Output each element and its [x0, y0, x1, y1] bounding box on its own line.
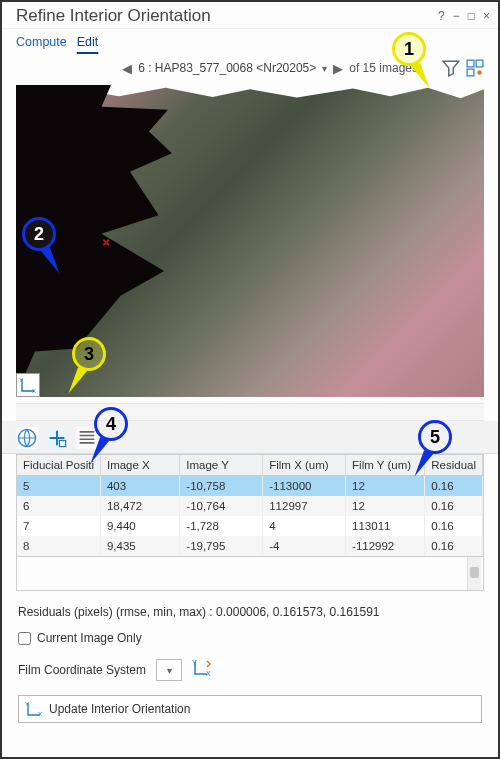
table-cell: 9,435 — [100, 536, 179, 556]
table-cell: -19,795 — [180, 536, 263, 556]
svg-text:Y: Y — [25, 701, 29, 707]
svg-text:X: X — [206, 670, 211, 677]
maximize-button[interactable]: □ — [468, 9, 475, 23]
table-cell: -10,758 — [180, 476, 263, 497]
table-cell: -112992 — [346, 536, 425, 556]
callout-5: 5 — [418, 420, 452, 454]
svg-text:X: X — [38, 711, 42, 717]
opacity-slider-strip[interactable] — [16, 403, 484, 421]
table-row[interactable]: 618,472-10,764112997120.16 — [17, 496, 483, 516]
window-title: Refine Interior Orientation — [16, 6, 438, 26]
image-name-dropdown[interactable]: 6 : HAP83_577_0068 <Nr20205> — [138, 61, 316, 75]
residuals-summary: Residuals (pixels) (rmse, min, max) : 0.… — [2, 591, 498, 627]
table-scrollbar[interactable] — [467, 557, 481, 590]
table-row[interactable]: 5403-10,758-113000120.16 — [17, 476, 483, 497]
table-cell: 0.16 — [425, 516, 483, 536]
menu-compute[interactable]: Compute — [16, 31, 67, 53]
table-header-cell[interactable]: Film X (um) — [263, 455, 346, 476]
minimize-button[interactable]: − — [453, 9, 460, 23]
titlebar: Refine Interior Orientation ? − □ × — [2, 2, 498, 28]
image-dropdown-arrow[interactable]: ▾ — [322, 63, 327, 74]
current-image-only-checkbox[interactable] — [18, 632, 31, 645]
table-header-cell[interactable]: Fiducial Positi — [17, 455, 100, 476]
update-orientation-button[interactable]: YX Update Interior Orientation — [18, 695, 482, 723]
table-empty-area — [16, 557, 484, 591]
film-coord-label: Film Coordinate System — [18, 663, 146, 677]
table-row[interactable]: 89,435-19,795-4-1129920.16 — [17, 536, 483, 556]
table-cell: 7 — [17, 516, 100, 536]
table-cell: 403 — [100, 476, 179, 497]
table-cell: 12 — [346, 476, 425, 497]
table-cell: 6 — [17, 496, 100, 516]
table-cell: 12 — [346, 496, 425, 516]
options-icon[interactable] — [466, 59, 484, 77]
table-cell: 113011 — [346, 516, 425, 536]
update-orientation-label: Update Interior Orientation — [49, 702, 190, 716]
prev-image-button[interactable]: ◀ — [122, 61, 132, 76]
table-cell: -10,764 — [180, 496, 263, 516]
svg-point-3 — [477, 70, 482, 75]
table-cell: 8 — [17, 536, 100, 556]
callout-2: 2 — [22, 217, 56, 251]
svg-text:Y: Y — [19, 377, 23, 383]
film-coord-dropdown[interactable]: ▾ — [156, 659, 182, 681]
current-image-only-label[interactable]: Current Image Only — [37, 631, 142, 645]
menu-edit[interactable]: Edit — [77, 31, 99, 53]
table-header-cell[interactable]: Image Y — [180, 455, 263, 476]
table-cell: 0.16 — [425, 536, 483, 556]
table-header-cell[interactable]: Film Y (um) — [346, 455, 425, 476]
table-cell: 0.16 — [425, 496, 483, 516]
table-cell: 0.16 — [425, 476, 483, 497]
table-cell: 5 — [17, 476, 100, 497]
add-point-icon[interactable] — [46, 427, 68, 449]
close-button[interactable]: × — [483, 9, 490, 23]
callout-4: 4 — [94, 407, 128, 441]
table-header-row: Fiducial PositiImage XImage YFilm X (um)… — [17, 455, 483, 476]
svg-rect-1 — [476, 60, 483, 67]
table-header-cell[interactable]: Image X — [100, 455, 179, 476]
callout-1: 1 — [392, 32, 426, 66]
table-header-cell[interactable]: Residual — [425, 455, 483, 476]
svg-text:Y: Y — [192, 659, 197, 666]
svg-text:X: X — [32, 388, 36, 394]
filter-icon[interactable] — [442, 59, 460, 77]
table-cell: -113000 — [263, 476, 346, 497]
svg-rect-7 — [59, 440, 65, 446]
table-cell: 4 — [263, 516, 346, 536]
fiducial-marker[interactable]: × — [102, 234, 110, 250]
callout-3: 3 — [72, 337, 106, 371]
svg-rect-0 — [467, 60, 474, 67]
table-cell: 9,440 — [100, 516, 179, 536]
axis-indicator[interactable]: YX — [16, 373, 40, 397]
swap-axes-icon[interactable]: YX — [192, 659, 212, 681]
table-cell: -4 — [263, 536, 346, 556]
table-cell: 112997 — [263, 496, 346, 516]
fiducial-table: Fiducial PositiImage XImage YFilm X (um)… — [16, 454, 484, 557]
next-image-button[interactable]: ▶ — [333, 61, 343, 76]
table-cell: 18,472 — [100, 496, 179, 516]
table-cell: -1,728 — [180, 516, 263, 536]
help-button[interactable]: ? — [438, 9, 445, 23]
globe-icon[interactable] — [16, 427, 38, 449]
table-row[interactable]: 79,440-1,72841130110.16 — [17, 516, 483, 536]
svg-rect-2 — [467, 69, 474, 76]
